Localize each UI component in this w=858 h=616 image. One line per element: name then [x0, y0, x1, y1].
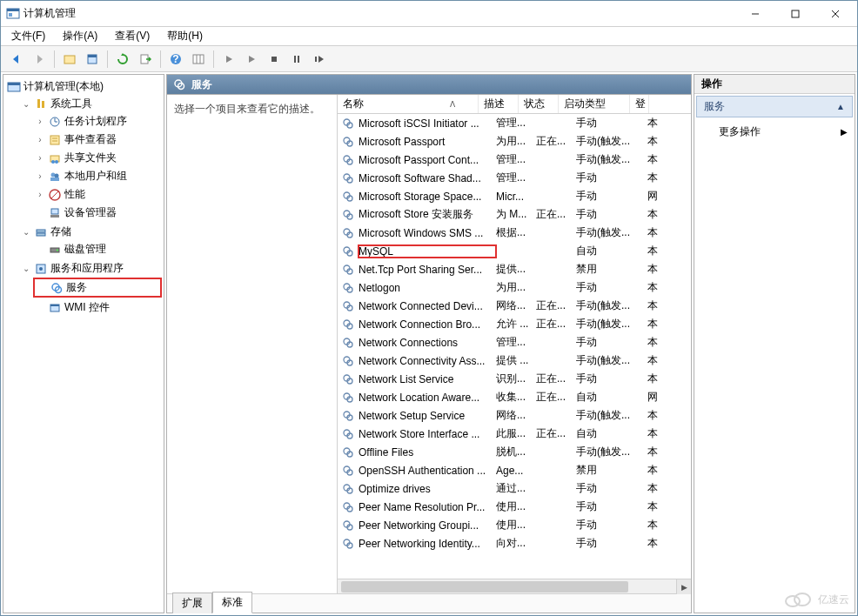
service-row[interactable]: Network Connections管理...手动本	[338, 333, 691, 352]
service-row[interactable]: Network Connectivity Ass...提供 ...手动(触发..…	[338, 352, 691, 370]
collapse-icon: ▲	[836, 102, 845, 111]
service-row[interactable]: Microsoft Windows SMS ...根据...手动(触发...本	[338, 224, 691, 242]
tree-device-manager[interactable]: 设备管理器	[33, 204, 162, 221]
service-desc: 允许 ...	[496, 317, 536, 331]
service-row[interactable]: Offline Files脱机...手动(触发...本	[338, 443, 691, 461]
tree-services-apps[interactable]: ⌄服务和应用程序	[19, 260, 162, 277]
minimize-button[interactable]	[735, 2, 775, 26]
menu-action[interactable]: 操作(A)	[57, 27, 103, 45]
horizontal-scrollbar[interactable]: ▶	[338, 579, 691, 593]
caret-right-icon[interactable]: ›	[35, 117, 45, 126]
tree-event-viewer[interactable]: ›事件查看器	[33, 131, 162, 148]
service-row[interactable]: Network Setup Service网络...手动(触发...本	[338, 406, 691, 425]
tab-extended[interactable]: 扩展	[172, 593, 212, 613]
caret-right-icon[interactable]: ›	[35, 153, 45, 163]
help-button[interactable]: ?	[165, 49, 186, 70]
caret-right-icon[interactable]: ›	[35, 171, 45, 181]
service-row[interactable]: Net.Tcp Port Sharing Ser...提供...禁用本	[338, 260, 691, 278]
tree-task-scheduler[interactable]: ›任务计划程序	[33, 113, 162, 130]
service-row[interactable]: Peer Networking Identity...向对...手动本	[338, 534, 691, 552]
up-button[interactable]	[59, 49, 80, 70]
service-row[interactable]: Network Connection Bro...允许 ...正在...手动(触…	[338, 315, 691, 333]
refresh-button[interactable]	[112, 49, 133, 70]
menu-help[interactable]: 帮助(H)	[162, 27, 208, 45]
service-row[interactable]: Network Connected Devi...网络...正在...手动(触发…	[338, 297, 691, 315]
titlebar[interactable]: 计算机管理	[1, 1, 857, 27]
tree-root[interactable]: 计算机管理(本地)	[5, 78, 162, 95]
service-startup: 手动	[576, 499, 647, 514]
service-desc: 网络...	[496, 408, 536, 423]
service-row[interactable]: Network Location Aware...收集...正在...自动网	[338, 388, 691, 406]
service-name: Network Connection Bro...	[359, 318, 496, 331]
service-startup: 手动(触发...	[576, 445, 647, 459]
service-row[interactable]: Microsoft Passport Cont...管理...手动(触发...本	[338, 151, 691, 169]
tree-disk-management[interactable]: 磁盘管理	[33, 241, 162, 258]
service-row[interactable]: Microsoft Passport为用...正在...手动(触发...本	[338, 132, 691, 151]
service-desc: 为 M...	[496, 207, 536, 222]
service-gear-icon	[341, 482, 355, 496]
start-service-alt-button[interactable]	[241, 49, 262, 70]
stop-service-button[interactable]	[264, 49, 285, 70]
service-startup: 手动	[576, 207, 647, 222]
forward-button[interactable]	[29, 49, 50, 70]
col-logon[interactable]: 登	[630, 95, 649, 113]
service-logon: 本	[647, 463, 667, 478]
tree-storage[interactable]: ⌄存储	[19, 224, 162, 240]
service-row[interactable]: Microsoft Software Shad...管理...手动本	[338, 169, 691, 187]
tree-performance[interactable]: ›性能	[33, 186, 162, 203]
service-status: 正在...	[536, 134, 576, 149]
service-desc: 脱机...	[496, 445, 536, 459]
service-desc: 通过...	[496, 481, 536, 496]
back-button[interactable]	[6, 49, 27, 70]
col-startup[interactable]: 启动类型	[559, 95, 630, 113]
scrollbar-thumb[interactable]	[341, 581, 628, 593]
close-button[interactable]	[815, 2, 855, 26]
service-desc: 识别...	[496, 372, 536, 386]
action-more[interactable]: 更多操作 ▶	[694, 119, 855, 144]
caret-right-icon[interactable]: ›	[35, 135, 45, 144]
properties-button[interactable]	[82, 49, 103, 70]
service-row[interactable]: Peer Networking Groupi...使用...手动本	[338, 516, 691, 534]
tree-system-tools[interactable]: ⌄ 系统工具	[19, 96, 162, 112]
tab-standard[interactable]: 标准	[212, 592, 252, 613]
col-desc[interactable]: 描述	[479, 95, 519, 113]
service-name: Network List Service	[359, 373, 496, 385]
menu-file[interactable]: 文件(F)	[6, 27, 50, 45]
tree-services[interactable]: 服务	[33, 278, 162, 298]
service-row[interactable]: Network Store Interface ...此服...正在...自动本	[338, 425, 691, 443]
service-status: 正在...	[536, 317, 576, 331]
service-name: Microsoft Passport	[359, 136, 496, 148]
service-row[interactable]: Microsoft iSCSI Initiator ...管理...手动本	[338, 114, 691, 132]
service-startup: 手动	[576, 518, 647, 532]
service-row[interactable]: Network List Service识别...正在...手动本	[338, 370, 691, 388]
tree-local-users[interactable]: ›本地用户和组	[33, 168, 162, 184]
maximize-button[interactable]	[775, 2, 815, 26]
service-startup: 手动(触发...	[576, 408, 647, 423]
caret-down-icon[interactable]: ⌄	[21, 99, 31, 109]
columns-button[interactable]	[188, 49, 209, 70]
menu-view[interactable]: 查看(V)	[110, 27, 155, 45]
caret-right-icon[interactable]: ›	[35, 190, 45, 199]
caret-down-icon[interactable]: ⌄	[21, 227, 31, 237]
service-name: Network Store Interface ...	[359, 428, 496, 440]
service-row[interactable]: MySQL自动本	[338, 242, 691, 260]
tree-shared-folders[interactable]: ›共享文件夹	[33, 150, 162, 166]
service-row[interactable]: OpenSSH Authentication ...Age...禁用本	[338, 461, 691, 479]
export-button[interactable]	[135, 49, 156, 70]
pause-service-button[interactable]	[286, 49, 307, 70]
service-row[interactable]: Netlogon为用...手动本	[338, 278, 691, 297]
start-service-button[interactable]	[218, 49, 239, 70]
service-row[interactable]: Microsoft Storage Space...Micr...手动网	[338, 187, 691, 205]
svg-point-92	[344, 485, 350, 491]
col-status[interactable]: 状态	[519, 95, 559, 113]
service-row[interactable]: Microsoft Store 安装服务为 M...正在...手动本	[338, 205, 691, 224]
actions-section-services[interactable]: 服务 ▲	[696, 96, 853, 117]
scroll-right-button[interactable]: ▶	[676, 579, 691, 594]
caret-down-icon[interactable]: ⌄	[21, 264, 31, 273]
service-row[interactable]: Peer Name Resolution Pr...使用...手动本	[338, 498, 691, 516]
restart-service-button[interactable]	[309, 49, 330, 70]
service-gear-icon	[341, 500, 355, 514]
service-row[interactable]: Optimize drives通过...手动本	[338, 479, 691, 498]
col-name[interactable]: 名称ᐱ	[338, 95, 479, 113]
tree-wmi[interactable]: WMI 控件	[33, 299, 162, 316]
